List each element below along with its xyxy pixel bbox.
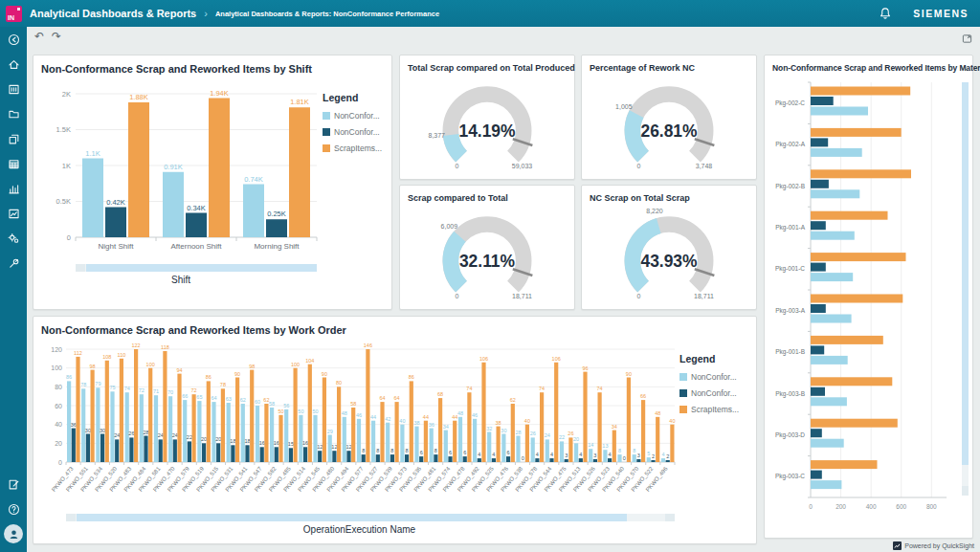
svg-text:38: 38 <box>496 420 501 426</box>
svg-text:20: 20 <box>573 436 579 442</box>
svg-text:4: 4 <box>550 452 553 457</box>
gauge-chart-canvas[interactable]: 43.93%018,7118,220 <box>590 207 748 302</box>
svg-text:18: 18 <box>230 438 235 444</box>
sidebar-item-reports[interactable] <box>0 201 27 226</box>
svg-text:4: 4 <box>492 452 495 457</box>
gauge-chart-canvas[interactable]: 32.11%018,7116,009 <box>408 207 567 302</box>
chart-legend[interactable]: LegendNonConfor...NonConfor...ScrapItems… <box>321 78 384 285</box>
svg-text:6: 6 <box>420 450 423 455</box>
svg-text:8: 8 <box>376 448 379 453</box>
svg-text:Pkg-002-A: Pkg-002-A <box>775 141 805 148</box>
svg-text:2: 2 <box>666 453 669 459</box>
svg-text:20: 20 <box>215 436 221 442</box>
gauge-chart-canvas[interactable]: 14.19%059,0338,377 <box>408 77 567 172</box>
svg-text:30: 30 <box>501 428 506 433</box>
svg-text:1.5K: 1.5K <box>56 125 71 134</box>
chart-title: Percentage of Rework NC <box>590 63 748 73</box>
svg-text:36: 36 <box>429 422 434 428</box>
svg-text:120: 120 <box>51 346 62 353</box>
svg-text:71: 71 <box>153 388 159 394</box>
sidebar-item-feedback[interactable] <box>0 472 27 497</box>
gauge-chart-canvas[interactable]: 26.81%03,7481,005 <box>590 77 748 172</box>
horizontal-scrollbar[interactable] <box>76 264 317 272</box>
chart-legend[interactable]: LegendNonConfor...NonConfor...ScrapItems… <box>678 340 741 535</box>
undo-icon: ↶ <box>34 30 44 43</box>
svg-text:Morning Shift: Morning Shift <box>254 242 300 251</box>
svg-text:Night Shift: Night Shift <box>99 242 135 251</box>
undo-button[interactable]: ↶ <box>34 31 44 42</box>
svg-text:26: 26 <box>530 431 536 436</box>
gauge-card-rework-nc: Percentage of Rework NC 26.81%03,7481,00… <box>581 55 757 180</box>
svg-text:4: 4 <box>536 452 539 457</box>
svg-text:96: 96 <box>582 365 588 371</box>
svg-text:4: 4 <box>579 452 582 457</box>
shift-bar-chart-canvas[interactable]: 2K1.5K1K0.5K01.1K0.42K1.88KNight Shift0.… <box>41 78 321 258</box>
svg-text:6: 6 <box>463 450 466 455</box>
svg-text:65: 65 <box>196 394 202 400</box>
legend-entry[interactable]: ScrapItems... <box>323 144 384 153</box>
legend-entry[interactable]: NonConfor... <box>323 111 384 121</box>
app-title[interactable]: Analytical Dashboards & Reports <box>30 8 196 19</box>
svg-text:48: 48 <box>655 410 660 416</box>
legend-entry[interactable]: NonConfor... <box>323 127 384 137</box>
svg-text:8: 8 <box>406 448 409 453</box>
svg-text:0.74K: 0.74K <box>244 175 263 184</box>
sidebar-item-tools[interactable] <box>0 251 27 276</box>
legend-label: NonConfor... <box>691 388 737 398</box>
sidebar-item-help[interactable] <box>0 497 27 521</box>
quicksight-logo-icon <box>893 541 902 550</box>
sidebar-item-back[interactable] <box>0 27 27 52</box>
svg-text:34: 34 <box>612 424 617 430</box>
sidebar-item-user[interactable] <box>0 521 27 546</box>
svg-text:50: 50 <box>298 408 303 414</box>
notifications-bell-icon[interactable] <box>879 7 892 20</box>
sidebar-item-projects[interactable] <box>0 101 27 126</box>
horizontal-scrollbar[interactable] <box>66 514 675 521</box>
svg-text:100: 100 <box>51 364 62 371</box>
fullscreen-button[interactable] <box>962 31 972 48</box>
sidebar-item-planning[interactable] <box>0 151 27 176</box>
vertical-scrollbar[interactable] <box>962 82 969 496</box>
sidebar-item-home[interactable] <box>0 52 27 77</box>
svg-text:104: 104 <box>305 358 314 364</box>
shift-chart-card: Non-Conformance Scrap and Reworked Items… <box>33 55 392 310</box>
legend-entry[interactable]: ScrapItems... <box>679 405 741 414</box>
svg-text:0.5K: 0.5K <box>56 197 71 206</box>
sidebar-item-analytics[interactable] <box>0 176 27 201</box>
svg-text:14: 14 <box>588 442 593 448</box>
svg-text:64: 64 <box>211 395 216 401</box>
svg-text:600: 600 <box>896 503 906 510</box>
svg-text:0: 0 <box>522 455 524 461</box>
workorder-bar-chart-canvas[interactable]: 1201008060402008636112PKWO_473783098PKWO… <box>41 340 678 508</box>
sidebar-item-types[interactable] <box>0 126 27 151</box>
svg-text:Pkg-002-C: Pkg-002-C <box>775 99 805 107</box>
insights-hub-logo[interactable]: IN <box>6 6 22 22</box>
svg-text:Pkg-003-A: Pkg-003-A <box>775 307 805 315</box>
gauge-card-nc-scrap-total: NC Scrap on Total Scrap 43.93%018,7118,2… <box>581 185 757 310</box>
svg-text:Pkg-002-B: Pkg-002-B <box>775 183 805 190</box>
legend-entry[interactable]: NonConfor... <box>679 388 741 398</box>
svg-text:122: 122 <box>132 342 141 348</box>
svg-text:2: 2 <box>652 453 655 459</box>
svg-text:26: 26 <box>128 431 134 436</box>
svg-text:40: 40 <box>524 418 530 424</box>
svg-text:44: 44 <box>370 414 376 420</box>
svg-text:18,711: 18,711 <box>512 293 532 299</box>
redo-button[interactable]: ↷ <box>52 31 61 42</box>
sidebar-item-dashboards[interactable] <box>0 77 27 101</box>
svg-text:56: 56 <box>283 403 289 408</box>
svg-text:38: 38 <box>413 420 419 426</box>
material-bar-chart-canvas[interactable]: 0200400600800Pkg-002-CPkg-002-APkg-002-B… <box>772 77 960 528</box>
svg-text:30: 30 <box>85 428 91 433</box>
svg-text:24: 24 <box>114 432 120 438</box>
legend-swatch-icon <box>323 112 330 120</box>
svg-text:0: 0 <box>623 455 626 461</box>
svg-text:60: 60 <box>255 399 260 405</box>
legend-entry[interactable]: NonConfor... <box>679 372 741 382</box>
svg-text:74: 74 <box>539 386 545 391</box>
svg-text:74: 74 <box>597 386 603 391</box>
sidebar-item-operations[interactable] <box>0 226 27 251</box>
svg-text:78: 78 <box>220 382 226 387</box>
svg-text:30: 30 <box>100 428 105 433</box>
svg-text:90: 90 <box>234 371 240 377</box>
